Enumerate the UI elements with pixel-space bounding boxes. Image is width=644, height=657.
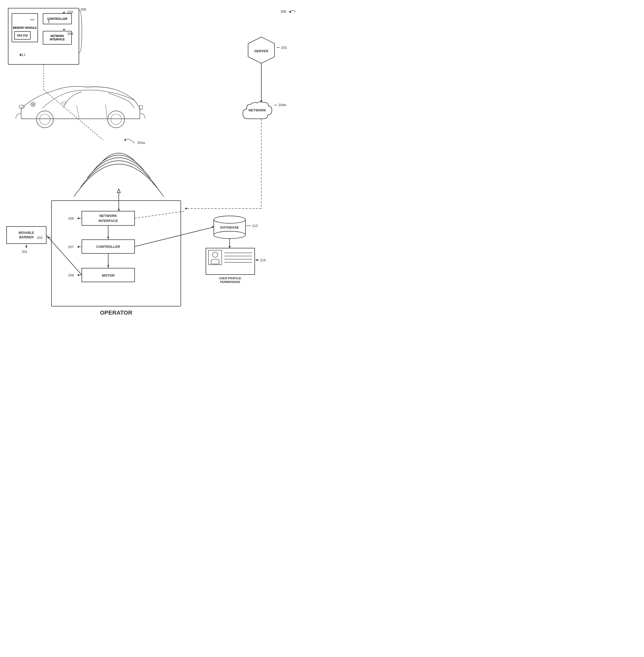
svg-text:204a: 204a (137, 141, 145, 145)
svg-text:MOVABLE: MOVABLE (19, 231, 34, 235)
svg-line-10 (44, 90, 103, 140)
svg-marker-34 (107, 237, 109, 239)
svg-text:NETWORK: NETWORK (99, 214, 117, 218)
svg-text:208: 208 (68, 273, 74, 277)
gui-num: 212 (23, 34, 28, 37)
svg-line-94 (31, 103, 35, 105)
svg-text:203: 203 (281, 46, 287, 50)
svg-text:CONTROLLER: CONTROLLER (96, 245, 120, 249)
svg-text:PERMISSIONS: PERMISSIONS (220, 280, 240, 284)
svg-text:INTERFACE: INTERFACE (98, 219, 118, 223)
svg-text:201: 201 (22, 250, 27, 254)
svg-point-88 (40, 114, 50, 124)
svg-text:BARRIER: BARRIER (19, 235, 34, 239)
svg-marker-78 (229, 246, 231, 248)
svg-text:MOTOR: MOTOR (102, 273, 115, 277)
diagram-container: 200 MEMORY MODULE GUI 212 CONTROLLER NET… (0, 0, 322, 328)
svg-line-93 (31, 103, 35, 105)
ref-211: 211 (20, 53, 26, 57)
svg-marker-53 (25, 246, 27, 248)
svg-marker-63 (212, 226, 214, 228)
ref-205: 205 (80, 7, 86, 12)
network-interface-label-top: NETWORKINTERFACE (50, 34, 65, 41)
svg-marker-22 (185, 207, 187, 210)
svg-line-64 (135, 211, 185, 218)
svg-text:OPERATOR: OPERATOR (100, 309, 133, 316)
ref-209: 209 (67, 32, 73, 36)
svg-text:DATABASE: DATABASE (221, 225, 239, 229)
controller-label-top: CONTROLLER (47, 17, 67, 20)
svg-marker-84 (124, 139, 126, 141)
memory-module-box: MEMORY MODULE GUI 212 (12, 13, 38, 42)
svg-rect-23 (51, 201, 181, 306)
svg-rect-65 (206, 248, 255, 274)
svg-rect-96 (139, 106, 142, 109)
svg-marker-75 (256, 259, 259, 261)
svg-point-91 (31, 102, 35, 106)
svg-text:215: 215 (252, 224, 258, 228)
svg-point-89 (108, 111, 124, 128)
svg-point-55 (214, 216, 246, 223)
svg-point-95 (19, 105, 24, 109)
svg-text:202: 202 (37, 236, 43, 240)
svg-point-67 (212, 252, 218, 257)
svg-point-58 (214, 231, 246, 239)
svg-text:216: 216 (260, 258, 266, 262)
svg-text:NETWORK: NETWORK (248, 108, 266, 112)
device-box: MEMORY MODULE GUI 212 CONTROLLER NETWORK… (8, 8, 79, 65)
svg-rect-97 (62, 102, 66, 104)
svg-text:207: 207 (68, 245, 74, 249)
svg-marker-11 (248, 37, 275, 63)
gui-label: GUI (17, 34, 22, 37)
ref-210: 210 (67, 10, 73, 14)
svg-marker-40 (77, 246, 79, 248)
svg-marker-0 (289, 10, 291, 13)
svg-text:USER PROFILE/: USER PROFILE/ (219, 277, 241, 280)
svg-point-90 (111, 114, 121, 124)
svg-line-62 (135, 227, 214, 247)
svg-marker-79 (117, 189, 120, 193)
ref-200: 200 (280, 8, 298, 16)
svg-line-85 (76, 106, 79, 118)
svg-marker-19 (260, 100, 262, 103)
controller-box-top: CONTROLLER (43, 13, 72, 24)
svg-rect-25 (82, 211, 135, 225)
svg-rect-30 (82, 268, 135, 282)
svg-text:SERVER: SERVER (254, 49, 269, 53)
svg-line-86 (106, 104, 107, 118)
svg-marker-82 (118, 209, 120, 211)
svg-text:206: 206 (68, 217, 74, 220)
svg-marker-43 (77, 274, 79, 276)
svg-rect-48 (7, 226, 46, 244)
svg-rect-28 (82, 240, 135, 253)
svg-marker-35 (107, 265, 109, 267)
memory-module-label: MEMORY MODULE (13, 26, 37, 29)
svg-text:204b: 204b (278, 103, 286, 107)
svg-point-87 (37, 111, 53, 128)
svg-marker-37 (77, 217, 79, 219)
svg-rect-66 (208, 250, 222, 265)
svg-marker-46 (47, 236, 49, 239)
svg-line-51 (46, 235, 82, 275)
